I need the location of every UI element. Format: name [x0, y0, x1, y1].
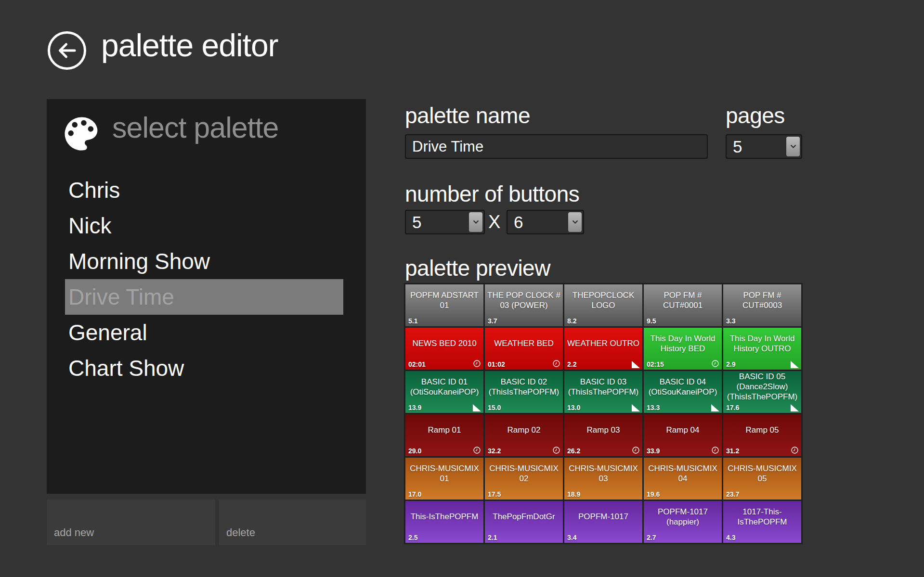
preview-cell[interactable]: This Day In World History BED02:15: [644, 328, 722, 370]
preview-cell[interactable]: BASIC ID 02 (ThisIsThePOPFM)15.0: [485, 371, 563, 413]
preview-cell[interactable]: BASIC ID 05 (Dance2Slow) (ThisIsThePOPFM…: [723, 371, 801, 413]
cell-duration: 3.4: [567, 534, 576, 541]
columns-select[interactable]: 5: [405, 210, 485, 234]
cell-duration: 32.2: [488, 447, 501, 455]
palette-list-item[interactable]: Drive Time: [65, 279, 343, 315]
cell-title: CHRIS-MUSICMIX 05: [726, 459, 799, 489]
cell-title: BASIC ID 04 (OtiSouKaneiPOP): [646, 372, 719, 402]
loop-clock-icon: [473, 359, 481, 368]
cell-title: Ramp 03: [567, 415, 640, 446]
preview-cell[interactable]: This-IsThePOPFM2.5: [405, 501, 483, 543]
cell-duration: 33.9: [647, 447, 660, 455]
corner-marker-icon: [711, 404, 719, 411]
cell-duration: 3.3: [726, 317, 735, 325]
preview-cell[interactable]: CHRIS-MUSICMIX 0419.6: [644, 458, 722, 500]
preview-cell[interactable]: This Day In World History OUTRO2.9: [723, 328, 801, 370]
preview-cell[interactable]: THEPOPCLOCK LOGO8.2: [564, 284, 642, 326]
cell-duration: 23.7: [726, 490, 739, 498]
palette-list-item[interactable]: Nick: [65, 208, 343, 244]
loop-clock-icon: [632, 446, 640, 454]
loop-clock-icon: [711, 359, 719, 368]
palette-list-item[interactable]: Chart Show: [65, 350, 343, 386]
preview-cell[interactable]: 1017-This-IsThePOPFM4.3: [723, 501, 801, 543]
cell-duration: 13.0: [567, 404, 580, 411]
add-new-button[interactable]: add new: [47, 500, 215, 545]
preview-cell[interactable]: POP FM # CUT#00019.5: [644, 284, 722, 326]
loop-clock-icon: [552, 446, 560, 454]
cell-duration: 2.7: [647, 534, 656, 541]
cell-title: WEATHER BED: [487, 329, 560, 359]
page-title: palette editor: [101, 27, 278, 64]
palette-name-input[interactable]: Drive Time: [405, 134, 708, 159]
preview-cell[interactable]: POP FM # CUT#00033.3: [723, 284, 801, 326]
cell-duration: 17.0: [408, 490, 421, 498]
preview-cell[interactable]: Ramp 0129.0: [405, 414, 483, 456]
cell-title: CHRIS-MUSICMIX 01: [408, 459, 481, 489]
preview-cell[interactable]: Ramp 0232.2: [485, 414, 563, 456]
cell-duration: 31.2: [726, 447, 739, 455]
preview-cell[interactable]: CHRIS-MUSICMIX 0318.9: [564, 458, 642, 500]
loop-clock-icon: [791, 446, 799, 454]
preview-cell[interactable]: POPFM ADSTART 015.1: [405, 284, 483, 326]
preview-cell[interactable]: ThePopFmDotGr2.1: [485, 501, 563, 543]
pages-select[interactable]: 5: [726, 134, 802, 159]
cell-duration: 4.3: [726, 534, 735, 541]
palette-list: ChrisNickMorning ShowDrive TimeGeneralCh…: [65, 172, 343, 386]
cell-title: THEPOPCLOCK LOGO: [567, 285, 640, 316]
rows-value: 6: [514, 213, 523, 232]
palette-preview-grid: POPFM ADSTART 015.1THE POP CLOCK # 03 (P…: [404, 283, 803, 544]
add-new-label: add new: [54, 526, 94, 539]
preview-cell[interactable]: CHRIS-MUSICMIX 0523.7: [723, 458, 801, 500]
palette-name-label: palette name: [405, 103, 530, 128]
chevron-down-icon: [568, 212, 582, 232]
back-button[interactable]: [46, 30, 88, 71]
preview-cell[interactable]: BASIC ID 04 (OtiSouKaneiPOP)13.3: [644, 371, 722, 413]
columns-value: 5: [412, 213, 421, 232]
cell-title: CHRIS-MUSICMIX 03: [567, 459, 640, 489]
loop-clock-icon: [711, 446, 719, 454]
pages-value: 5: [733, 137, 742, 156]
preview-cell[interactable]: WEATHER BED01:02: [485, 328, 563, 370]
cell-title: POPFM-1017 (happier): [646, 502, 719, 532]
corner-marker-icon: [632, 404, 640, 411]
cell-duration: 2.2: [567, 360, 576, 368]
cell-title: WEATHER OUTRO: [567, 329, 640, 359]
cell-duration: 2.5: [408, 534, 417, 541]
cell-title: Ramp 05: [726, 415, 799, 446]
palette-list-item[interactable]: General: [65, 315, 343, 350]
rows-select[interactable]: 6: [507, 210, 584, 234]
palette-preview-label: palette preview: [405, 255, 550, 281]
dimension-x-label: X: [488, 212, 500, 232]
preview-cell[interactable]: CHRIS-MUSICMIX 0117.0: [405, 458, 483, 500]
preview-cell[interactable]: WEATHER OUTRO2.2: [564, 328, 642, 370]
delete-label: delete: [226, 526, 255, 539]
preview-cell[interactable]: POPFM-10173.4: [564, 501, 642, 543]
cell-title: 1017-This-IsThePOPFM: [726, 502, 799, 532]
chevron-down-icon: [786, 137, 800, 156]
pages-label: pages: [726, 103, 785, 128]
preview-cell[interactable]: THE POP CLOCK # 03 (POWER)3.7: [485, 284, 563, 326]
preview-cell[interactable]: Ramp 0531.2: [723, 414, 801, 456]
number-of-buttons-label: number of buttons: [405, 181, 579, 207]
cell-title: This-IsThePOPFM: [408, 502, 481, 532]
cell-title: BASIC ID 01 (OtiSouKaneiPOP): [408, 372, 481, 402]
preview-cell[interactable]: Ramp 0326.2: [564, 414, 642, 456]
palette-list-item[interactable]: Morning Show: [65, 244, 343, 279]
cell-title: This Day In World History OUTRO: [726, 329, 799, 359]
cell-title: BASIC ID 05 (Dance2Slow) (ThisIsThePOPFM…: [726, 372, 799, 402]
cell-duration: 5.1: [408, 317, 417, 325]
preview-cell[interactable]: BASIC ID 03 (ThisIsThePOPFM)13.0: [564, 371, 642, 413]
cell-title: POPFM-1017: [567, 502, 640, 532]
cell-duration: 18.9: [567, 490, 580, 498]
palette-list-item[interactable]: Chris: [65, 172, 343, 208]
preview-cell[interactable]: NEWS BED 201002:01: [405, 328, 483, 370]
preview-cell[interactable]: CHRIS-MUSICMIX 0217.5: [485, 458, 563, 500]
preview-cell[interactable]: Ramp 0433.9: [644, 414, 722, 456]
cell-duration: 17.5: [488, 490, 501, 498]
palette-icon: [55, 107, 107, 160]
cell-duration: 13.3: [647, 404, 660, 411]
preview-cell[interactable]: POPFM-1017 (happier)2.7: [644, 501, 722, 543]
delete-button[interactable]: delete: [219, 500, 366, 545]
cell-duration: 19.6: [647, 490, 660, 498]
preview-cell[interactable]: BASIC ID 01 (OtiSouKaneiPOP)13.9: [405, 371, 483, 413]
